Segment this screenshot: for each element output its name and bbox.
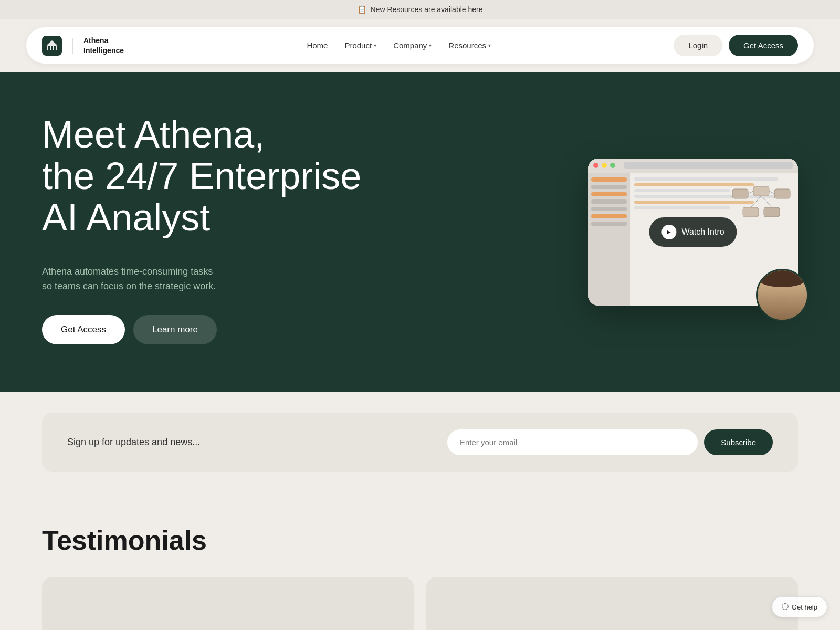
help-icon: ⓘ [782,602,789,612]
presenter-face [758,270,807,320]
svg-line-12 [751,196,761,207]
content-line-3 [634,189,730,192]
sidebar-line-1 [591,177,627,182]
flow-diagram [730,184,793,226]
testimonial-card-1 [42,577,414,630]
svg-rect-3 [54,46,56,50]
sidebar-line-4 [591,200,627,204]
nav-company[interactable]: Company ▾ [393,41,432,50]
dot-red [593,163,598,168]
svg-rect-6 [753,186,769,196]
banner-icon: 📋 [358,5,366,14]
watch-intro-text: Watch Intro [681,227,724,237]
testimonial-card-2 [426,577,798,630]
logo[interactable]: Athena Intelligence [42,36,124,56]
navbar-get-access-button[interactable]: Get Access [729,35,798,56]
address-bar [624,162,793,169]
testimonials-title: Testimonials [42,524,798,556]
help-button[interactable]: ⓘ Get help [772,596,827,617]
presenter-thumbnail [756,269,808,321]
hero-description: Athena automates time-consuming tasks so… [42,264,361,295]
navbar-actions: Login Get Access [674,35,798,56]
svg-line-10 [748,191,753,194]
banner-text: New Resources are available here [371,5,483,14]
hero-get-access-button[interactable]: Get Access [42,315,125,344]
content-line-1 [634,177,778,181]
play-icon: ▶ [662,225,676,239]
logo-text: Athena Intelligence [83,36,124,55]
svg-rect-2 [51,46,53,50]
svg-marker-4 [47,40,57,45]
hero-learn-more-button[interactable]: Learn more [133,315,217,344]
hero-video-card[interactable]: ▶ Watch Intro [588,159,798,306]
email-input[interactable] [447,429,698,455]
presenter-hair [758,270,807,288]
svg-line-11 [769,191,774,194]
nav-links: Home Product ▾ Company ▾ Resources ▾ [307,41,491,50]
screenshot-topbar [588,159,798,173]
subscribe-button[interactable]: Subscribe [704,429,773,455]
sidebar-line-6 [591,214,627,218]
svg-rect-9 [764,207,780,217]
nav-resources[interactable]: Resources ▾ [448,41,491,50]
svg-rect-8 [743,207,759,217]
hero-content: Meet Athena, the 24/7 Enterprise AI Anal… [42,114,361,344]
nav-home[interactable]: Home [307,41,328,50]
login-button[interactable]: Login [674,35,722,56]
svg-rect-7 [774,189,790,198]
svg-line-13 [761,196,772,207]
newsletter-section: Sign up for updates and news... Subscrib… [0,392,840,493]
nav-product[interactable]: Product ▾ [344,41,376,50]
testimonials-section: Testimonials [0,493,840,630]
sidebar-line-3 [591,192,627,196]
sidebar-line-5 [591,207,627,211]
hero-section: Meet Athena, the 24/7 Enterprise AI Anal… [0,72,840,392]
logo-divider [72,38,73,54]
help-label: Get help [792,603,817,611]
newsletter-label: Sign up for updates and news... [67,437,200,448]
product-chevron-icon: ▾ [374,43,376,48]
newsletter-form: Subscribe [447,429,773,455]
hero-buttons: Get Access Learn more [42,315,361,344]
newsletter-card: Sign up for updates and news... Subscrib… [42,413,798,472]
dot-green [610,163,615,168]
sidebar-line-7 [591,222,627,226]
dot-yellow [602,163,607,168]
logo-icon [42,36,62,56]
screenshot-sidebar [588,173,630,306]
svg-rect-5 [732,189,748,198]
sidebar-line-2 [591,185,627,189]
navbar: Athena Intelligence Home Product ▾ Compa… [26,27,814,64]
content-line-6 [634,206,730,209]
watch-intro-button[interactable]: ▶ Watch Intro [649,217,737,247]
top-banner: 📋 New Resources are available here [0,0,840,19]
resources-chevron-icon: ▾ [488,43,491,48]
company-chevron-icon: ▾ [429,43,432,48]
testimonial-cards [42,577,798,630]
hero-title: Meet Athena, the 24/7 Enterprise AI Anal… [42,114,361,239]
svg-rect-1 [48,46,50,50]
